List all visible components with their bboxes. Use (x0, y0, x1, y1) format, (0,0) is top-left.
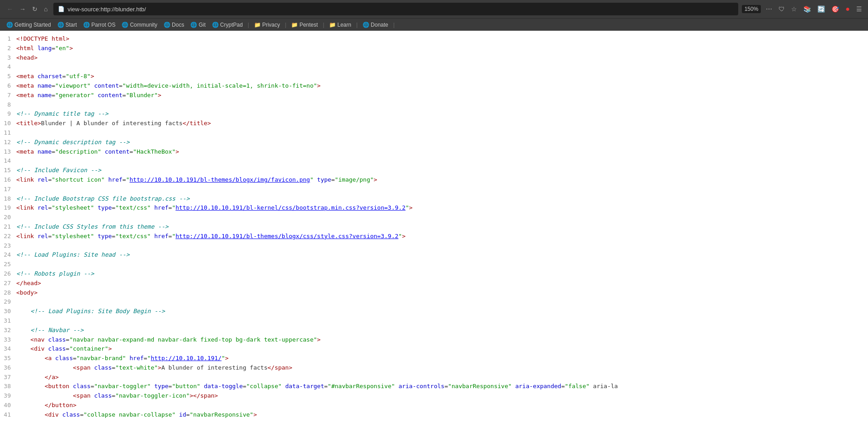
line-content: <!-- Load Plugins: Site head --> (16, 250, 868, 260)
bookmark-community[interactable]: 🌐 Community (119, 21, 160, 29)
back-button[interactable]: ← (5, 5, 15, 14)
line-content: <html lang="en"> (16, 44, 868, 53)
line-number: 23 (0, 241, 16, 251)
line-number: 39 (0, 391, 16, 401)
line-content: <nav class="navbar navbar-expand-md navb… (16, 335, 868, 345)
line-number: 7 (0, 91, 16, 100)
source-line-32: 32 <!-- Navbar --> (0, 326, 868, 335)
profile-icon[interactable]: ● (844, 4, 851, 14)
bookmark-pentest[interactable]: 📁 Pentest (288, 21, 321, 29)
line-number: 21 (0, 222, 16, 232)
bookmark-learn[interactable]: 📁 Learn (326, 21, 354, 29)
line-number: 27 (0, 279, 16, 288)
bookmark-getting-started[interactable]: 🌐 Getting Started (4, 21, 54, 29)
line-content: </button> (16, 401, 868, 410)
separator-2: | (285, 22, 286, 28)
home-button[interactable]: ⌂ (42, 5, 50, 14)
line-number: 6 (0, 81, 16, 91)
line-number: 36 (0, 363, 16, 373)
line-content: <meta name="description" content="HackTh… (16, 147, 868, 157)
line-number: 5 (0, 72, 16, 81)
bookmark-star-icon[interactable]: ☆ (790, 4, 798, 14)
source-link[interactable]: http://10.10.10.191/bl-kernel/css/bootst… (175, 204, 406, 211)
library-icon[interactable]: 📚 (802, 4, 812, 14)
bookmark-cryptpad[interactable]: 🌐 CryptPad (209, 21, 245, 29)
source-line-1: 1<!DOCTYPE html> (0, 34, 868, 44)
source-line-12: 12<!-- Dynamic description tag --> (0, 138, 868, 147)
address-text: view-source:http://blunder.htb/ (67, 6, 146, 13)
source-line-40: 40 </button> (0, 401, 868, 410)
line-content: <!-- Navbar --> (16, 326, 868, 335)
line-number: 15 (0, 166, 16, 175)
line-number: 10 (0, 119, 16, 128)
source-link[interactable]: http://10.10.10.191/bl-themes/blogx/img/… (129, 176, 310, 183)
bookmarks-bar: 🌐 Getting Started 🌐 Start 🌐 Parrot OS 🌐 … (0, 18, 868, 31)
line-number: 1 (0, 34, 16, 44)
separator-5: | (393, 22, 395, 28)
source-view[interactable]: 1<!DOCTYPE html>2<html lang="en">3<head>… (0, 31, 868, 441)
line-number: 20 (0, 213, 16, 222)
line-content: </a> (16, 373, 868, 382)
bookmark-git[interactable]: 🌐 Git (188, 21, 208, 29)
extensions-icon[interactable]: ⋯ (764, 4, 774, 14)
browser-titlebar: ← → ↻ ⌂ 📄 view-source:http://blunder.htb… (0, 0, 868, 18)
line-content: </head> (16, 279, 868, 288)
line-number: 22 (0, 232, 16, 241)
line-content: <body> (16, 288, 868, 298)
line-content: <a class="navbar-brand" href="http://10.… (16, 354, 868, 363)
line-number: 26 (0, 269, 16, 279)
line-number: 34 (0, 344, 16, 354)
source-line-19: 19<link rel="stylesheet" type="text/css"… (0, 203, 868, 213)
bookmark-donate[interactable]: 🌐 Donate (360, 21, 391, 29)
source-line-25: 25 (0, 260, 868, 269)
source-line-4: 4 (0, 62, 868, 72)
source-line-28: 28<body> (0, 288, 868, 298)
source-line-33: 33 <nav class="navbar navbar-expand-md n… (0, 335, 868, 345)
shield-icon[interactable]: 🛡 (777, 4, 786, 14)
reload-button[interactable]: ↻ (30, 5, 40, 14)
menu-icon[interactable]: ☰ (855, 4, 863, 14)
source-link[interactable]: http://10.10.10.191/ (151, 355, 222, 361)
line-content: <meta name="viewport" content="width=dev… (16, 81, 868, 91)
pocket-icon[interactable]: 🎯 (830, 4, 840, 14)
line-content: <head> (16, 53, 868, 63)
source-link[interactable]: http://10.10.10.191/bl-themes/blogx/css/… (175, 233, 398, 239)
line-number: 38 (0, 382, 16, 391)
line-content: <button class="navbar-toggler" type="but… (16, 382, 868, 391)
line-content: <meta name="generator" content="Blunder"… (16, 91, 868, 100)
source-line-7: 7<meta name="generator" content="Blunder… (0, 91, 868, 100)
address-bar[interactable]: 📄 view-source:http://blunder.htb/ (53, 3, 738, 15)
line-number: 40 (0, 401, 16, 410)
line-content: <link rel="shortcut icon" href="http://1… (16, 175, 868, 185)
nav-buttons: ← → ↻ ⌂ (5, 5, 50, 14)
bookmark-docs[interactable]: 🌐 Docs (161, 21, 187, 29)
bookmark-parrot-os[interactable]: 🌐 Parrot OS (80, 21, 118, 29)
line-number: 37 (0, 373, 16, 382)
line-number: 25 (0, 260, 16, 269)
source-line-9: 9<!-- Dynamic title tag --> (0, 109, 868, 119)
line-number: 4 (0, 62, 16, 72)
line-number: 2 (0, 44, 16, 53)
sync-icon[interactable]: 🔄 (816, 4, 826, 14)
bookmark-start[interactable]: 🌐 Start (55, 21, 80, 29)
line-number: 3 (0, 53, 16, 63)
line-content: <!-- Include Bootstrap CSS file bootstra… (16, 194, 868, 204)
source-line-29: 29 (0, 297, 868, 307)
zoom-level: 150% (742, 5, 761, 13)
line-content: <span class="navbar-toggler-icon"></span… (16, 391, 868, 401)
line-content: <!-- Include Favicon --> (16, 166, 868, 175)
line-content: <meta charset="utf-8"> (16, 72, 868, 81)
source-line-18: 18<!-- Include Bootstrap CSS file bootst… (0, 194, 868, 204)
line-number: 31 (0, 316, 16, 326)
line-number: 11 (0, 128, 16, 138)
source-line-22: 22<link rel="stylesheet" type="text/css"… (0, 232, 868, 241)
line-content: <link rel="stylesheet" type="text/css" h… (16, 203, 868, 213)
source-line-41: 41 <div class="collapse navbar-collapse"… (0, 410, 868, 420)
line-content: <div class="collapse navbar-collapse" id… (16, 410, 868, 420)
source-line-14: 14 (0, 156, 868, 166)
bookmark-privacy[interactable]: 📁 Privacy (251, 21, 283, 29)
forward-button[interactable]: → (17, 5, 28, 14)
source-line-8: 8 (0, 100, 868, 110)
source-line-10: 10<title>Blunder | A blunder of interest… (0, 119, 868, 128)
line-number: 17 (0, 185, 16, 194)
